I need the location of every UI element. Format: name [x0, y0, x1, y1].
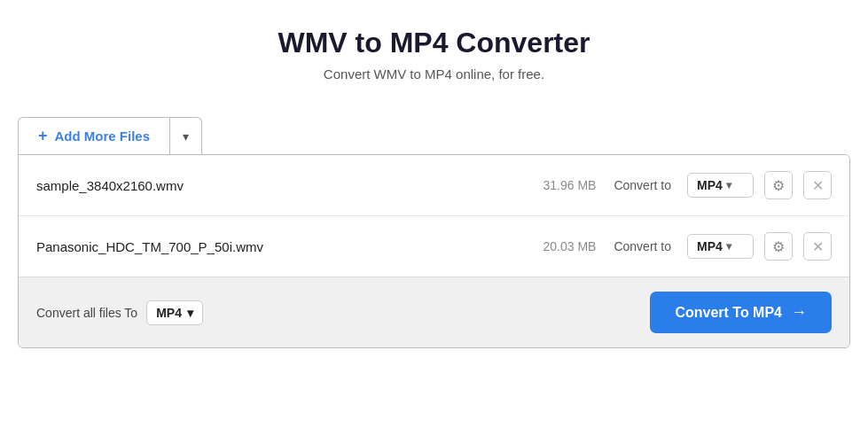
- convert-button-label: Convert To MP4: [675, 305, 782, 321]
- toolbar: + Add More Files ▾: [18, 117, 850, 154]
- page-title: WMV to MP4 Converter: [18, 27, 850, 59]
- close-icon: ✕: [812, 238, 824, 255]
- main-content: + Add More Files ▾ sample_3840x2160.wmv …: [18, 117, 850, 348]
- convert-all-format: MP4: [156, 306, 182, 320]
- dropdown-arrow-button[interactable]: ▾: [170, 117, 202, 154]
- format-select[interactable]: MP4 ▾: [687, 234, 754, 259]
- files-section: sample_3840x2160.wmv 31.96 MB Convert to…: [19, 155, 849, 277]
- settings-button[interactable]: ⚙: [764, 171, 793, 199]
- table-row: Panasonic_HDC_TM_700_P_50i.wmv 20.03 MB …: [19, 216, 849, 277]
- convert-label: Convert to: [614, 239, 671, 253]
- page-container: WMV to MP4 Converter Convert WMV to MP4 …: [18, 27, 850, 348]
- arrow-right-icon: →: [791, 303, 807, 322]
- format-select[interactable]: MP4 ▾: [687, 173, 754, 198]
- convert-button[interactable]: Convert To MP4 →: [650, 292, 832, 333]
- remove-file-button[interactable]: ✕: [803, 232, 832, 261]
- file-name: Panasonic_HDC_TM_700_P_50i.wmv: [36, 239, 532, 254]
- convert-label: Convert to: [614, 178, 671, 192]
- add-files-button[interactable]: + Add More Files: [18, 117, 170, 154]
- convert-all-label: Convert all files To: [36, 306, 137, 320]
- plus-icon: +: [38, 127, 48, 145]
- format-value: MP4: [697, 239, 723, 253]
- chevron-down-icon: ▾: [726, 240, 731, 253]
- file-list-wrapper: sample_3840x2160.wmv 31.96 MB Convert to…: [18, 154, 850, 348]
- format-value: MP4: [697, 178, 723, 192]
- file-name: sample_3840x2160.wmv: [36, 178, 532, 193]
- page-subtitle: Convert WMV to MP4 online, for free.: [18, 66, 850, 82]
- bottom-bar: Convert all files To MP4 ▾ Convert To MP…: [19, 277, 849, 347]
- close-icon: ✕: [812, 177, 824, 194]
- chevron-down-icon: ▾: [183, 129, 189, 144]
- convert-all-select[interactable]: MP4 ▾: [146, 300, 203, 325]
- add-files-label: Add More Files: [55, 129, 151, 144]
- settings-button[interactable]: ⚙: [764, 232, 793, 261]
- page-header: WMV to MP4 Converter Convert WMV to MP4 …: [18, 27, 850, 82]
- chevron-down-icon: ▾: [726, 179, 731, 191]
- file-size: 31.96 MB: [543, 178, 596, 192]
- table-row: sample_3840x2160.wmv 31.96 MB Convert to…: [19, 155, 849, 216]
- chevron-down-icon: ▾: [187, 306, 193, 320]
- gear-icon: ⚙: [772, 177, 785, 194]
- remove-file-button[interactable]: ✕: [803, 171, 832, 199]
- gear-icon: ⚙: [772, 238, 785, 255]
- file-size: 20.03 MB: [543, 239, 596, 253]
